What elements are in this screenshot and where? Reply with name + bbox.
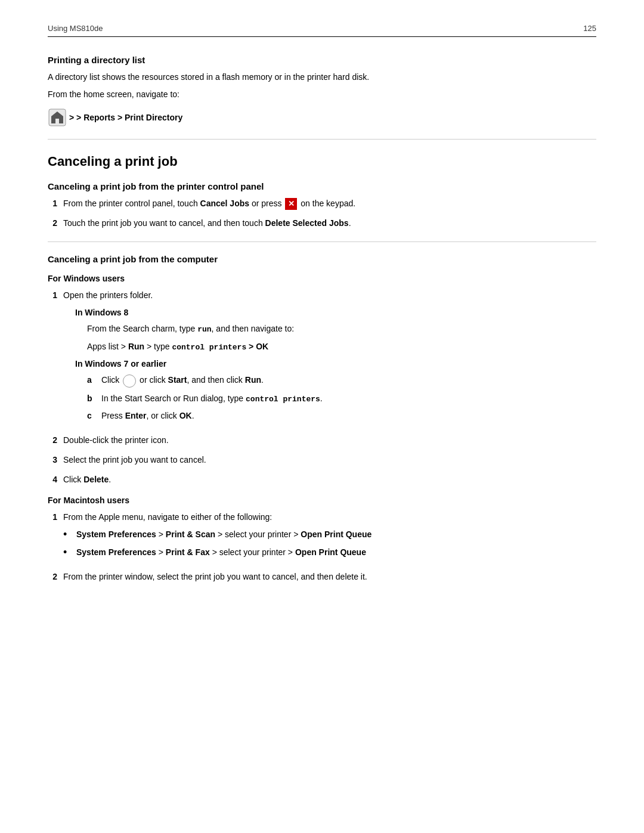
mac-bullet1: • System Preferences > Print & Scan > se… [63, 528, 596, 541]
mac-list: 1 From the Apple menu, navigate to eithe… [48, 511, 596, 583]
cancel-computer-title: Canceling a print job from the computer [48, 254, 596, 264]
cancel-panel-step1: 1 From the printer control panel, touch … [48, 197, 596, 210]
section-printing-directory: Printing a directory list A directory li… [48, 55, 596, 127]
printing-directory-para1: A directory list shows the resources sto… [48, 71, 596, 83]
step2-post: . [349, 218, 351, 228]
win7-c: c Press Enter, or click OK. [87, 410, 596, 422]
windows-step4: 4 Click Delete. [48, 473, 596, 486]
cancel-panel-list: 1 From the printer control panel, touch … [48, 197, 596, 230]
mac-bullet-list: • System Preferences > Print & Scan > se… [63, 528, 596, 559]
section-cancel-panel: Canceling a print job from the printer c… [48, 181, 596, 230]
canceling-title: Canceling a print job [48, 154, 596, 169]
windows-step1: 1 Open the printers folder. In Windows 8… [48, 289, 596, 427]
win7-a: a Click or click Start, and then click R… [87, 374, 596, 387]
win7-body: a Click or click Start, and then click R… [87, 374, 596, 422]
page: Using MS810de 125 Printing a directory l… [0, 0, 644, 833]
windows-users-title: For Windows users [48, 274, 596, 283]
win7-title: In Windows 7 or earlier [75, 358, 596, 370]
svg-rect-2 [55, 119, 59, 123]
step1-mid: or press [249, 199, 284, 208]
mac-step1: 1 From the Apple menu, navigate to eithe… [48, 511, 596, 563]
windows-step3: 3 Select the print job you want to cance… [48, 454, 596, 466]
mac-users-title: For Macintosh users [48, 496, 596, 505]
divider-1 [48, 139, 596, 140]
mac-step2: 2 From the printer window, select the pr… [48, 571, 596, 583]
win8-line1: From the Search charm, type run, and the… [87, 323, 596, 336]
section-cancel-computer: Canceling a print job from the computer … [48, 254, 596, 583]
step1-post: on the keypad. [298, 199, 355, 208]
windows-step3-text: Select the print job you want to cancel. [63, 454, 596, 466]
windows-ball-icon [123, 374, 136, 388]
home-icon [48, 108, 67, 127]
section-canceling: Canceling a print job Canceling a print … [48, 154, 596, 583]
header-left: Using MS810de [48, 24, 103, 33]
windows-step2-text: Double-click the printer icon. [63, 434, 596, 447]
win8-line2: Apps list > Run > type control printers … [87, 340, 596, 354]
win7-b: b In the Start Search or Run dialog, typ… [87, 392, 596, 405]
step2-bold: Delete Selected Jobs [265, 218, 349, 228]
page-number: 125 [583, 24, 596, 33]
cancel-x-icon: ✕ [285, 198, 297, 210]
step1-pre: From the printer control panel, touch [63, 199, 200, 208]
win8-title: In Windows 8 [75, 306, 596, 319]
divider-2 [48, 241, 596, 242]
nav-text: > > Reports > Print Directory [69, 113, 182, 122]
step1-bold1: Cancel Jobs [200, 199, 249, 208]
nav-line: > > Reports > Print Directory [48, 108, 596, 127]
printing-directory-para2: From the home screen, navigate to: [48, 88, 596, 101]
mac-bullet2: • System Preferences > Print & Fax > sel… [63, 546, 596, 559]
bullet-dot-1: • [63, 528, 72, 541]
printing-directory-title: Printing a directory list [48, 55, 596, 65]
windows-step1-text: Open the printers folder. [63, 290, 153, 300]
windows-list: 1 Open the printers folder. In Windows 8… [48, 289, 596, 486]
cancel-panel-title: Canceling a print job from the printer c… [48, 181, 596, 191]
win8-body: From the Search charm, type run, and the… [87, 323, 596, 353]
win7-alpha-list: a Click or click Start, and then click R… [87, 374, 596, 422]
mac-step2-text: From the printer window, select the prin… [63, 571, 596, 583]
win8-run-code: run [197, 325, 211, 334]
mac-step1-text: From the Apple menu, navigate to either … [63, 512, 272, 522]
bullet-dot-2: • [63, 546, 72, 559]
header-bar: Using MS810de 125 [48, 24, 596, 37]
win8-block: In Windows 8 From the Search charm, type… [75, 306, 596, 353]
windows-step2: 2 Double-click the printer icon. [48, 434, 596, 447]
step2-pre: Touch the print job you want to cancel, … [63, 218, 265, 228]
cancel-panel-step2: 2 Touch the print job you want to cancel… [48, 217, 596, 230]
win7-block: In Windows 7 or earlier a Click or click… [75, 358, 596, 422]
